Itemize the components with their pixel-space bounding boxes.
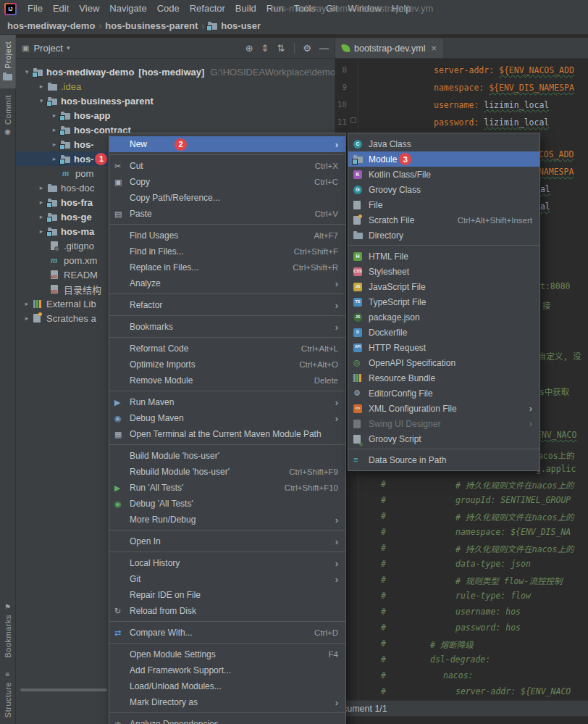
tree-row[interactable]: ▸ .idea bbox=[16, 79, 335, 93]
menu-item[interactable]: Code bbox=[152, 0, 185, 17]
submenu-item[interactable]: API HTTP Request bbox=[348, 340, 539, 355]
header-toolbar-button[interactable]: ⇅ bbox=[277, 43, 285, 54]
tool-window-button[interactable]: ⚑ Bookmarks bbox=[0, 597, 16, 665]
tree-row[interactable]: ▸ hos-app bbox=[16, 108, 335, 122]
tree-row[interactable]: ▾ hos-business-parent bbox=[16, 93, 335, 108]
submenu-item[interactable]: Swing UI Designer › bbox=[348, 416, 539, 431]
submenu-item[interactable]: Module 3 bbox=[348, 151, 539, 167]
context-menu-item[interactable]: ▤ Paste Ctrl+V bbox=[109, 206, 345, 222]
submenu-item[interactable]: H HTML File bbox=[348, 249, 539, 264]
submenu-item[interactable]: Scratch File Ctrl+Alt+Shift+Insert bbox=[348, 212, 539, 228]
menu-item-shortcut: Ctrl+Shift+R bbox=[281, 263, 338, 272]
chevron-down-icon[interactable]: ▾ bbox=[67, 44, 70, 51]
project-panel-title[interactable]: Project bbox=[33, 43, 62, 54]
context-menu-item[interactable]: ◉ Debug 'All Tests' bbox=[109, 496, 345, 512]
context-menu-item[interactable]: Build Module 'hos-user' bbox=[109, 448, 345, 464]
menu-item[interactable]: Build bbox=[230, 0, 261, 17]
submenu-item[interactable]: ◎ OpenAPI Specification bbox=[348, 355, 539, 370]
context-menu-item[interactable]: ▶ Run Maven › bbox=[109, 394, 345, 410]
context-menu-item[interactable]: ▦ Open Terminal at the Current Maven Mod… bbox=[109, 426, 345, 442]
breadcrumb-separator-icon: › bbox=[98, 21, 101, 31]
menu-item[interactable]: View bbox=[74, 0, 104, 17]
menu-item[interactable]: Navigate bbox=[104, 0, 151, 17]
submenu-item[interactable]: TS TypeScript File bbox=[348, 294, 539, 309]
context-menu-item[interactable]: Replace in Files... Ctrl+Shift+R bbox=[109, 259, 345, 275]
tree-row[interactable]: ▾ hos-mediway-demo [hos-mediway] G:\HOSI… bbox=[16, 65, 335, 79]
resource-bundle-icon bbox=[353, 374, 361, 382]
context-menu-item[interactable]: New 2 › bbox=[109, 136, 345, 152]
context-menu-item[interactable]: Local History › bbox=[109, 555, 345, 571]
context-menu-item[interactable]: Bookmarks › bbox=[109, 319, 345, 335]
context-menu-item[interactable]: Repair IDE on File bbox=[109, 587, 345, 603]
context-menu-item[interactable]: Load/Unload Modules... bbox=[109, 678, 345, 694]
code-fragment: t:8080 bbox=[540, 281, 571, 291]
submenu-item[interactable]: JS package.json bbox=[348, 309, 539, 325]
context-menu-item[interactable]: Optimize Imports Ctrl+Alt+O bbox=[109, 357, 345, 373]
context-menu-item[interactable]: ↻ Reload from Disk bbox=[109, 603, 345, 619]
context-menu: New 2 › ✂ Cut Ctrl+X ▣ Copy Ctrl+C Copy … bbox=[109, 133, 346, 724]
context-menu-item[interactable]: Reformat Code Ctrl+Alt+L bbox=[109, 341, 345, 357]
context-menu-item[interactable]: Open Module Settings F4 bbox=[109, 646, 345, 662]
context-menu-item[interactable]: Rebuild Module 'hos-user' Ctrl+Shift+F9 bbox=[109, 464, 345, 480]
submenu-item[interactable]: JS JavaScript File bbox=[348, 279, 539, 294]
submenu-item[interactable]: Groovy Script bbox=[348, 431, 539, 446]
context-menu-item[interactable]: Analyze › bbox=[109, 275, 345, 291]
context-menu-item[interactable]: Mark Directory as › bbox=[109, 694, 345, 710]
context-menu-item[interactable]: Open In › bbox=[109, 533, 345, 549]
submenu-item[interactable]: Resource Bundle bbox=[348, 370, 539, 386]
close-icon[interactable]: × bbox=[431, 43, 437, 54]
context-menu-item[interactable]: ⇄ Compare With... Ctrl+D bbox=[109, 625, 345, 641]
context-menu-item[interactable]: ✂ Cut Ctrl+X bbox=[109, 158, 345, 174]
submenu-arrow-icon: › bbox=[328, 397, 338, 408]
context-menu-item[interactable]: Copy Path/Reference... bbox=[109, 190, 345, 206]
context-menu-item[interactable]: ◉ Debug Maven › bbox=[109, 410, 345, 426]
menu-item[interactable]: Refactor bbox=[185, 0, 230, 17]
breadcrumb-item[interactable]: hos-user bbox=[221, 20, 261, 31]
header-toolbar-button[interactable]: ⚙ bbox=[294, 43, 311, 54]
submenu-item[interactable]: ≡ Data Source in Path bbox=[348, 452, 539, 467]
context-menu-item[interactable]: ▣ Copy Ctrl+C bbox=[109, 174, 345, 190]
context-menu-item[interactable]: Find Usages Alt+F7 bbox=[109, 228, 345, 244]
debug-icon: ◉ bbox=[114, 500, 122, 508]
menu-item-label: Groovy Script bbox=[369, 434, 421, 444]
breadcrumb-item[interactable]: hos-business-parent bbox=[105, 20, 198, 31]
window-title: hos-mediway-demo - bootstrap-dev.ym bbox=[271, 0, 433, 17]
horizontal-scrollbar[interactable] bbox=[20, 688, 107, 691]
header-toolbar-button[interactable]: ⊕ bbox=[245, 43, 253, 54]
submenu-item[interactable]: K Kotlin Class/File bbox=[348, 167, 539, 182]
tool-window-button[interactable]: ≡ Structure bbox=[0, 665, 16, 724]
context-menu-item[interactable]: ◎ Analyze Dependencies... bbox=[109, 716, 345, 724]
submenu-item[interactable]: C Java Class bbox=[348, 136, 539, 151]
context-menu-item[interactable]: Add Framework Support... bbox=[109, 662, 345, 678]
context-menu-item[interactable]: More Run/Debug › bbox=[109, 512, 345, 528]
comment-hash: # bbox=[381, 686, 386, 696]
submenu-item[interactable]: <> XML Configuration File › bbox=[348, 401, 539, 416]
submenu-item[interactable]: Directory bbox=[348, 228, 539, 243]
menu-item-label: Open Module Settings bbox=[130, 649, 216, 659]
context-menu-item[interactable]: Git › bbox=[109, 571, 345, 587]
context-menu-item[interactable]: Refactor › bbox=[109, 297, 345, 313]
libraries-icon bbox=[33, 300, 41, 308]
context-menu-item[interactable]: Remove Module Delete bbox=[109, 373, 345, 388]
menu-item-label: Build Module 'hos-user' bbox=[130, 451, 219, 461]
menu-item-shortcut: Ctrl+C bbox=[303, 178, 338, 186]
maven-icon: m bbox=[62, 168, 69, 179]
submenu-item[interactable]: File bbox=[348, 197, 539, 212]
breadcrumb-item[interactable]: hos-mediway-demo bbox=[7, 20, 95, 31]
header-toolbar-button[interactable]: — bbox=[319, 43, 329, 54]
document-status-bar: ocument 1/1 bbox=[335, 700, 588, 717]
tree-row-label: hos-fra bbox=[61, 197, 93, 208]
tool-window-button[interactable]: Project bbox=[0, 35, 16, 88]
context-menu-item[interactable]: Find in Files... Ctrl+Shift+F bbox=[109, 244, 345, 259]
submenu-item[interactable]: ⚙ EditorConfig File bbox=[348, 386, 539, 401]
menu-item[interactable]: Edit bbox=[48, 0, 74, 17]
submenu-item[interactable]: G Groovy Class bbox=[348, 182, 539, 197]
context-menu-item[interactable]: ▶ Run 'All Tests' Ctrl+Shift+F10 bbox=[109, 480, 345, 496]
submenu-item[interactable]: CSS Stylesheet bbox=[348, 264, 539, 279]
tool-window-button[interactable]: Commit ◉ bbox=[0, 88, 16, 142]
submenu-item[interactable]: D Dockerfile bbox=[348, 325, 539, 340]
header-toolbar-button[interactable]: ⇕ bbox=[261, 43, 269, 54]
editor-tab[interactable]: bootstrap-dev.yml × bbox=[335, 38, 443, 58]
menu-item[interactable]: File bbox=[22, 0, 48, 17]
code-fragment: g.applic bbox=[536, 464, 576, 474]
